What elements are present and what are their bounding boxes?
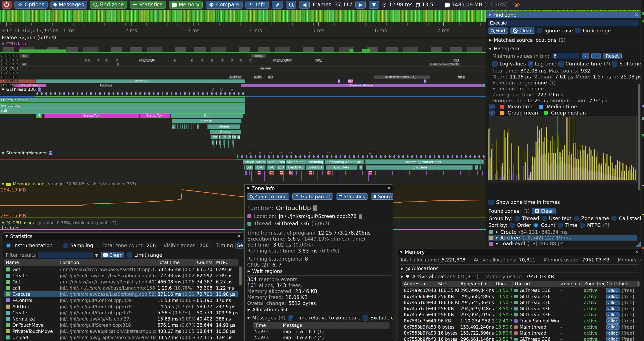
options-button[interactable]: ⚙Options	[14, 1, 48, 9]
sort-by-radio-order[interactable]	[510, 223, 515, 228]
alloc-callstack-button[interactable]: alloc	[606, 324, 620, 330]
timing-dropdown[interactable]: Self only▼	[235, 242, 243, 249]
timeline-marker-icon[interactable]: ▽	[230, 87, 233, 91]
close-icon[interactable]: ✕	[634, 12, 638, 18]
allocation-row[interactable]: 0x74a9d68040256 KB295,668,489ns13:50.7GL…	[402, 294, 636, 300]
zone-chip[interactable]	[244, 165, 246, 170]
zone-bar-call[interactable]: call	[0, 108, 245, 113]
timeline-marker-icon[interactable]: ▽	[279, 151, 282, 155]
find-zone-query-input[interactable]	[488, 20, 638, 26]
alloc-callstack-button[interactable]: alloc	[606, 294, 620, 299]
zone-chip[interactable]: c	[211, 59, 213, 62]
show-zone-time-checkbox[interactable]	[488, 200, 494, 205]
table-row[interactable]: OnTouchMovejni/../jni/src/guif/Screen.cp…	[4, 322, 238, 328]
legend-checkbox[interactable]	[489, 110, 494, 116]
zone-chip[interactable]: Lo	[232, 135, 236, 139]
zone-chip[interactable]: Au	[424, 79, 426, 83]
zone-chip[interactable]	[194, 124, 194, 129]
column-header-appeared-at[interactable]: Appeared at	[458, 281, 494, 287]
self-time-checkbox[interactable]	[612, 61, 617, 67]
zone-chip[interactable]: audio.se	[228, 75, 242, 79]
zone-chip[interactable]: kworker/u	[100, 84, 112, 87]
zone-bar-privatetouchup[interactable]: PrivateTouchUp	[0, 98, 245, 103]
table-row[interactable]: calljni/../jni/../../../src/claw/base/Lu…	[4, 285, 238, 291]
sort-by-radio-time[interactable]	[558, 223, 563, 228]
zone-chip[interactable]: U	[359, 165, 363, 170]
fz-clear-button[interactable]: Clear	[510, 28, 534, 34]
found-zone-group[interactable]: ▼<no parent>(9) 225.73 µs	[488, 246, 637, 247]
zone-chip[interactable]: Streaming worker task	[365, 160, 481, 164]
zone-chip[interactable]: (S	[36, 114, 42, 118]
zone-chip[interactable]: Trac	[348, 79, 353, 83]
table-row[interactable]: Createjni/../jni/src/claw/base/LuaScript…	[4, 272, 238, 279]
zone-chip[interactable]: audio	[457, 75, 465, 79]
zone-chip[interactable]: GLThread 336	[36, 79, 245, 83]
find-zone-scrollbar[interactable]	[638, 84, 640, 190]
allocation-row[interactable]: 0x7531d7b04096 KB1:10 234,952,16112:40.7…	[402, 318, 636, 324]
power-button[interactable]	[2, 1, 12, 9]
ignore-case-checkbox[interactable]	[537, 28, 542, 33]
fz-limit-range-checkbox[interactable]	[575, 28, 580, 33]
zone-chip[interactable]: mi_t	[453, 59, 460, 62]
streaming-section-header[interactable]: ▼StreamingManager	[2, 150, 52, 155]
table-row[interactable]: Get/mnt/e/claw/src/claw/base/Registry.hp…	[4, 279, 238, 285]
exclude-children-checkbox[interactable]	[363, 315, 368, 320]
zone-chip[interactable]: LoadData	[366, 165, 473, 170]
group-by-radio-call-stacks[interactable]	[612, 216, 616, 221]
table-row[interactable]: Unloadjni/../jni/src/claw/graphics/pixel…	[4, 334, 238, 340]
table-row[interactable]: PrivateTouchMovejni/../jni/src/claw/appl…	[4, 328, 238, 334]
zone-chip[interactable]: Up	[227, 135, 232, 139]
zone-chip[interactable]	[178, 124, 179, 129]
statistics-table-header[interactable]: NameLocationTotal timeCounts▼MTPC	[4, 259, 238, 266]
column-header-mtpc[interactable]: MTPC	[214, 259, 238, 266]
zone-chip[interactable]: ScreenText	[140, 114, 170, 118]
timeline-marker-icon[interactable]: ▽	[327, 151, 330, 155]
stats-clear-button[interactable]: Clear	[100, 252, 124, 258]
zone-chip[interactable]: C(	[269, 171, 273, 175]
zone-chip[interactable]: St	[481, 160, 484, 164]
alloc-callstack-button[interactable]: alloc	[606, 300, 620, 305]
alloc-callstack-button[interactable]: alloc	[606, 318, 620, 324]
message-row[interactable]: 5.59 smip 10 w 2 h 2 (4)	[253, 334, 390, 340]
close-icon[interactable]: ✕	[387, 186, 391, 191]
zone-chip[interactable]: LoU	[276, 165, 285, 170]
zone-chip[interactable]	[480, 165, 481, 170]
bin-reset-button[interactable]: Reset	[603, 53, 622, 59]
bin-minus-button[interactable]: -	[582, 53, 589, 59]
column-header-address[interactable]: Address▲	[402, 281, 436, 287]
zone-chip[interactable]: cds_ol_rx_threa	[273, 59, 292, 62]
column-header-zone-free[interactable]: Zone free	[582, 281, 604, 287]
zone-chip[interactable]	[176, 124, 176, 129]
group-by-radio-thread[interactable]	[515, 216, 520, 221]
timeline-marker-icon[interactable]: ▽	[269, 151, 272, 155]
memory-titlebar[interactable]: ▼Memory✕	[398, 248, 641, 255]
zone-chip[interactable]: E	[172, 124, 175, 129]
column-header-message[interactable]: Message	[281, 322, 388, 329]
zone-bar-ontouchup[interactable]: OnTouchUp	[0, 103, 245, 108]
zone-chip[interactable]: audio.service (effect)	[429, 63, 460, 66]
zone-chip[interactable]: Strea	[276, 160, 285, 164]
zone-chip[interactable]: LoadData	[326, 165, 358, 170]
zone-chip[interactable]: LoadDaU	[286, 165, 305, 170]
allocation-row[interactable]: 0x7553b9fbf016 bytes296,661,146ns13:50.7…	[402, 336, 636, 341]
zone-chip[interactable]: aud	[268, 75, 273, 79]
main-scrollbar-strip[interactable]	[641, 0, 644, 341]
find-zone-button[interactable]: Find zone	[90, 1, 127, 9]
zone-chip[interactable]: Gl	[482, 84, 485, 87]
zone-chip[interactable]: aud	[21, 63, 27, 66]
zone-chip[interactable]: c	[201, 59, 204, 62]
zone-chip[interactable]: c	[87, 59, 90, 62]
column-header-total-time[interactable]: Total time	[156, 259, 195, 266]
zone-chip[interactable]: os	[20, 54, 29, 58]
zone-chip[interactable]: c	[105, 59, 108, 62]
zone-chip[interactable]: LcU	[246, 165, 253, 170]
column-header-size[interactable]: Size	[436, 281, 458, 287]
zone-chip[interactable]: StreamingManager	[241, 84, 482, 87]
glthread-section-header[interactable]: ▼GLThread 336	[2, 87, 41, 92]
zone-chip[interactable]: Streaming	[305, 160, 324, 164]
time-relative-checkbox[interactable]	[288, 315, 293, 320]
zone-chip[interactable]: Strea	[267, 160, 276, 164]
find-zone-titlebar[interactable]: ▼Find zone✕	[486, 11, 640, 18]
column-header-name[interactable]: Name	[4, 259, 58, 266]
expand-icon[interactable]: ▼	[495, 242, 498, 245]
